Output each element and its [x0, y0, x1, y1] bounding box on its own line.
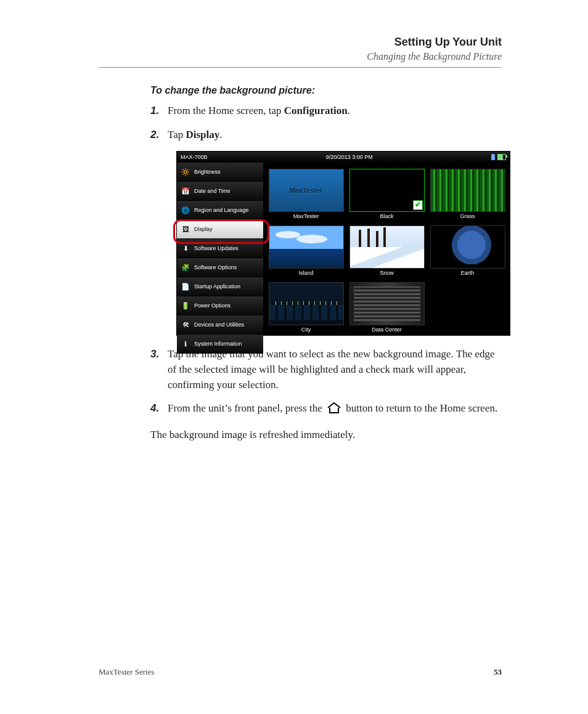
sidebar-item-software-options[interactable]: 🧩 Software Options — [177, 258, 263, 277]
step-text: Tap Display. — [168, 128, 502, 143]
display-icon: 🖼 — [181, 224, 190, 234]
device-model: MAX-700B — [181, 154, 208, 160]
sidebar-item-label: System Information — [194, 341, 242, 347]
step-text-bold: Configuration — [284, 105, 348, 116]
step-text-pre: From the Home screen, tap — [168, 105, 284, 116]
sidebar-item-label: Display — [194, 226, 213, 232]
step-4: 4. From the unit’s front panel, press th… — [150, 401, 502, 419]
header-rule — [99, 67, 502, 68]
wallpaper-thumb — [269, 225, 344, 269]
sidebar-item-label: Devices and Utilities — [194, 322, 244, 328]
wallpaper-city[interactable]: City — [266, 278, 346, 334]
sidebar-item-label: Date and Time — [194, 188, 231, 194]
step-text: From the Home screen, tap Configuration. — [168, 103, 502, 119]
wallpaper-caption: Data Center — [372, 327, 402, 334]
wallpaper-thumb: MaxTester — [269, 169, 344, 212]
sidebar-item-label: Region and Language — [194, 207, 249, 213]
manual-page: Setting Up Your Unit Changing the Backgr… — [0, 0, 588, 714]
sidebar-item-brightness[interactable]: 🔆 Brightness — [177, 163, 263, 182]
step-text-post: . — [219, 129, 222, 140]
wallpaper-caption: Earth — [461, 270, 475, 277]
device-body: 🔆 Brightness 📅 Date and Time 🌐 Region an… — [177, 163, 510, 335]
battery-icon — [497, 154, 506, 160]
sidebar-item-region-language[interactable]: 🌐 Region and Language — [177, 201, 263, 220]
sidebar-item-label: Software Options — [194, 264, 237, 270]
closing-paragraph: The background image is refreshed immedi… — [150, 428, 502, 443]
step-number: 1. — [150, 103, 168, 119]
step-3: 3. Tap the image that you want to select… — [150, 347, 502, 392]
wallpaper-thumb — [349, 225, 425, 269]
device-status-bar: MAX-700B 9/20/2013 3:00 PM — [177, 152, 510, 163]
sidebar-item-display[interactable]: 🖼 Display — [177, 220, 263, 239]
globe-icon: 🌐 — [181, 205, 190, 215]
page-footer: MaxTester Series 53 — [99, 667, 502, 677]
wallpaper-data-center[interactable]: Data Center — [347, 278, 427, 334]
step-1: 1. From the Home screen, tap Configurati… — [150, 103, 502, 119]
step-number: 4. — [150, 401, 168, 419]
wallpaper-snow[interactable]: Snow — [347, 222, 427, 277]
wallpaper-caption: MaxTester — [293, 213, 319, 221]
page-header: Setting Up Your Unit Changing the Backgr… — [99, 36, 502, 62]
wallpaper-thumb — [430, 169, 505, 212]
sidebar-item-power-options[interactable]: 🔋 Power Options — [177, 296, 263, 315]
checkmark-icon: ✔ — [413, 200, 423, 210]
download-icon: ⬇ — [181, 243, 190, 253]
step-text-pre: Tap — [168, 129, 186, 140]
procedure-heading: To change the background picture: — [150, 85, 502, 96]
step-2: 2. Tap Display. — [150, 128, 502, 143]
sidebar-item-label: Power Options — [194, 302, 231, 309]
brand-text: MaxTester — [290, 187, 323, 194]
step-text-bold: Display — [186, 129, 220, 140]
wallpaper-thumb — [349, 282, 425, 325]
sidebar-item-software-updates[interactable]: ⬇ Software Updates — [177, 239, 263, 258]
embedded-screenshot: MAX-700B 9/20/2013 3:00 PM 🔆 Brightness … — [176, 151, 510, 336]
wallpaper-island[interactable]: Island — [266, 222, 346, 277]
sidebar-item-system-info[interactable]: ℹ System Information — [177, 335, 263, 354]
wallpaper-thumb — [430, 225, 505, 269]
step-text: From the unit’s front panel, press the b… — [168, 401, 502, 419]
wallpaper-caption: Snow — [380, 270, 394, 277]
wallpaper-thumb: ✔ — [349, 169, 425, 212]
wallpaper-black[interactable]: ✔ Black — [347, 165, 427, 221]
sidebar-item-date-time[interactable]: 📅 Date and Time — [177, 182, 263, 201]
footer-page-number: 53 — [494, 667, 502, 677]
sidebar-item-label: Startup Application — [194, 283, 240, 290]
step-number: 3. — [150, 347, 168, 392]
config-sidebar: 🔆 Brightness 📅 Date and Time 🌐 Region an… — [177, 163, 264, 335]
section-subtitle: Changing the Background Picture — [99, 51, 502, 62]
step-text-pre: From the unit’s front panel, press the — [168, 402, 325, 414]
sidebar-item-label: Software Updates — [194, 245, 239, 251]
device-datetime: 9/20/2013 3:00 PM — [208, 154, 491, 160]
footer-series: MaxTester Series — [99, 667, 154, 677]
chapter-title: Setting Up Your Unit — [99, 36, 502, 49]
sidebar-item-label: Brightness — [194, 169, 221, 175]
step-text-post: button to return to the Home screen. — [346, 402, 497, 414]
sidebar-item-devices-utilities[interactable]: 🛠 Devices and Utilities — [177, 315, 263, 335]
wallpaper-grid: MaxTester MaxTester ✔ Black Grass Island — [264, 163, 510, 335]
wallpaper-caption: Island — [298, 270, 313, 277]
wallpaper-earth[interactable]: Earth — [428, 222, 507, 277]
step-text: Tap the image that you want to select as… — [168, 347, 502, 392]
wallpaper-grass[interactable]: Grass — [428, 165, 507, 221]
wallpaper-caption: City — [301, 327, 311, 334]
wallpaper-thumb — [269, 282, 344, 325]
wallpaper-caption: Grass — [460, 213, 475, 221]
step-number: 2. — [150, 128, 168, 143]
battery-icon: 🔋 — [181, 301, 190, 310]
tools-icon: 🛠 — [181, 320, 190, 330]
info-icon: ℹ — [181, 339, 190, 349]
wallpaper-caption: Black — [380, 213, 393, 221]
bluetooth-icon — [491, 154, 495, 160]
sidebar-item-startup-app[interactable]: 📄 Startup Application — [177, 277, 263, 296]
brightness-icon: 🔆 — [181, 167, 190, 177]
calendar-icon: 📅 — [181, 186, 190, 196]
wallpaper-maxtester[interactable]: MaxTester MaxTester — [266, 165, 346, 221]
home-icon — [326, 402, 342, 419]
step-text-post: . — [348, 105, 350, 116]
puzzle-icon: 🧩 — [181, 262, 190, 272]
document-icon: 📄 — [181, 282, 190, 291]
status-tray — [491, 154, 506, 160]
